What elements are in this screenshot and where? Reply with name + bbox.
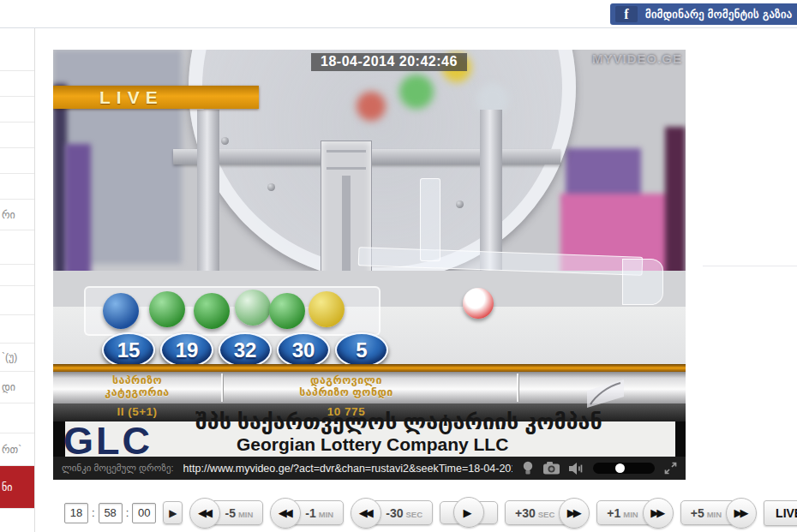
seek-time-group: : : <box>64 503 156 523</box>
myvideo-watermark: MYVIDEO.GE <box>592 51 682 66</box>
drawn-number-badge: 19 <box>160 332 213 368</box>
snapshot-camera-icon[interactable] <box>543 462 560 475</box>
button-value: -1 <box>305 506 315 520</box>
rewind-1min-group: ◀◀ -1 MIN <box>270 498 344 529</box>
sidebar-item-active[interactable]: ნი <box>0 465 34 508</box>
sidebar-item-label: დი <box>2 381 15 393</box>
prize-fund-line1: დაგროვილი <box>223 374 470 386</box>
drum-ball-blur <box>399 75 434 109</box>
dvr-control-bar: : : ▶ ◀◀ -5 MIN ◀◀ -1 MIN ◀◀ -30 SEC <box>53 493 797 532</box>
drum-ball-blur <box>357 92 386 121</box>
drum-bolt <box>267 183 275 191</box>
live-banner: LIVE <box>53 86 259 109</box>
facebook-share-label: მიმდინარე მომენტის გაზია <box>645 8 793 21</box>
lottery-ball-green <box>269 293 305 329</box>
sidebar-item[interactable] <box>0 285 34 314</box>
lottery-ball-red-white <box>463 288 494 319</box>
left-sidebar: რი `(უ) დი რთ` ნი <box>0 28 35 532</box>
button-value: +1 <box>607 506 620 520</box>
sidebar-item[interactable] <box>0 173 34 199</box>
sidebar-item-label: `(უ) <box>2 351 17 363</box>
lottery-ball-blue <box>103 293 139 329</box>
sidebar-item[interactable] <box>0 122 34 147</box>
prize-fund-line2: საპრიზო ფონდი <box>223 386 470 398</box>
rustavi2-channel-logo <box>584 378 626 410</box>
drawn-number-badge: 32 <box>219 332 272 368</box>
sidebar-item[interactable] <box>0 264 34 285</box>
machine-post-left <box>197 110 219 290</box>
mechanism-detail <box>327 167 366 170</box>
glc-logo: GLC <box>63 421 153 460</box>
forward-1min-group: +1 MIN ▶▶ <box>596 498 673 529</box>
sidebar-item[interactable]: რთ` <box>0 433 34 465</box>
button-value: +5 <box>691 506 704 520</box>
forward-30sec-button[interactable]: ▶▶ <box>559 498 590 529</box>
button-value: -5 <box>225 506 235 520</box>
prize-fund-header: დაგროვილი საპრიზო ფონდი <box>223 374 470 398</box>
fullscreen-icon[interactable] <box>664 462 677 475</box>
button-value: +30 <box>515 506 536 520</box>
time-separator: : <box>126 506 129 519</box>
header-divider <box>0 27 797 28</box>
sidebar-item[interactable] <box>0 96 34 122</box>
sidebar-item[interactable]: დი <box>0 371 34 403</box>
rewind-30sec-group: ◀◀ -30 SEC <box>351 498 433 529</box>
ball-chute-end <box>622 259 663 305</box>
seek-hours-input[interactable] <box>64 503 88 523</box>
sidebar-item[interactable] <box>0 403 34 433</box>
sidebar-item[interactable] <box>0 70 34 96</box>
facebook-share-button[interactable]: f მიმდინარე მომენტის გაზია <box>610 3 797 25</box>
right-panel-divider <box>703 266 797 266</box>
link-time-label: ლინკი მოცემულ დროზე: <box>62 463 174 474</box>
video-timestamp: 18-04-2014 20:42:46 <box>311 53 467 71</box>
forward-5min-group: +5 MIN ▶▶ <box>680 498 757 529</box>
sidebar-item[interactable] <box>0 508 34 532</box>
dvr-link-url[interactable]: http://www.myvideo.ge/?act=dvr&chan=rust… <box>183 463 512 475</box>
page: f მიმდინარე მომენტის გაზია რი `(უ) დი რთ… <box>0 0 797 532</box>
sidebar-item-label: რთ` <box>2 444 21 456</box>
sidebar-item[interactable] <box>0 28 34 70</box>
volume-slider-knob[interactable] <box>615 463 625 473</box>
drawn-number-badge: 5 <box>335 332 388 368</box>
button-unit: MIN <box>319 507 333 519</box>
forward-30sec-group: +30 SEC ▶▶ <box>505 498 590 529</box>
lottery-ball-green <box>194 293 230 329</box>
forward-5min-button[interactable]: ▶▶ <box>726 498 757 529</box>
prize-category-line2: კატეგორია <box>53 386 221 398</box>
mechanism-detail <box>342 176 351 278</box>
drum-bolt <box>456 200 464 208</box>
button-unit: SEC <box>405 507 422 519</box>
lottery-drum <box>189 50 576 281</box>
rewind-5min-button[interactable]: ◀◀ <box>189 498 220 529</box>
sidebar-item[interactable] <box>0 230 34 264</box>
prize-category-header: საპრიზო კატეგორია <box>53 374 221 398</box>
sidebar-item[interactable] <box>0 314 34 343</box>
drawn-number-badge: 15 <box>102 332 155 368</box>
ball-chute-vertical <box>420 178 440 261</box>
lightbulb-icon[interactable] <box>522 461 534 475</box>
rewind-30sec-button[interactable]: ◀◀ <box>351 498 381 529</box>
company-name-english: Georgian Lottery Company LLC <box>237 434 508 455</box>
facebook-icon: f <box>615 6 638 22</box>
sidebar-item-label: რი <box>2 209 15 221</box>
seek-seconds-input[interactable] <box>132 503 156 523</box>
volume-icon[interactable] <box>569 463 584 475</box>
sidebar-item[interactable]: რი <box>0 199 34 230</box>
go-live-button[interactable]: LIVE! <box>764 500 797 526</box>
column-divider <box>517 374 518 402</box>
gold-divider-bar <box>53 364 686 372</box>
mechanism-detail <box>327 150 366 152</box>
seek-go-button[interactable]: ▶ <box>163 501 183 524</box>
play-group: ▶ <box>440 501 498 524</box>
video-player[interactable]: LIVE 18-04-2014 20:42:46 MYVIDEO.GE 15 1… <box>53 50 686 480</box>
lottery-ball-yellow <box>309 291 345 327</box>
seek-minutes-input[interactable] <box>99 503 123 523</box>
sidebar-item[interactable]: `(უ) <box>0 343 34 371</box>
volume-slider[interactable] <box>593 463 655 474</box>
time-separator: : <box>92 506 95 519</box>
play-button[interactable]: ▶ <box>453 497 484 528</box>
sidebar-item[interactable] <box>0 147 34 173</box>
rewind-1min-button[interactable]: ◀◀ <box>270 498 301 529</box>
company-name-georgian: შპს საქართველოს ლატარიის კომპან <box>195 409 686 434</box>
forward-1min-button[interactable]: ▶▶ <box>643 498 674 529</box>
